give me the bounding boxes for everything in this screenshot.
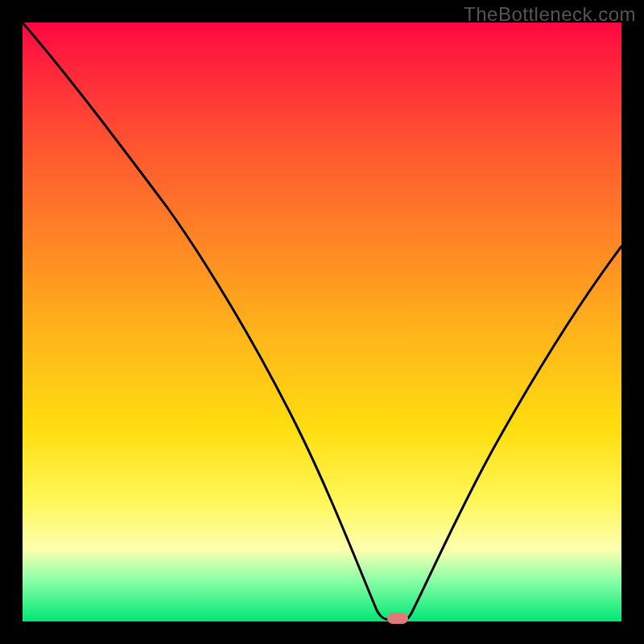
optimum-marker [387,613,408,624]
chart-frame: TheBottleneck.com [0,0,644,644]
bottleneck-curve-path [23,23,621,620]
plot-area [23,23,621,621]
curve-svg [23,23,621,621]
